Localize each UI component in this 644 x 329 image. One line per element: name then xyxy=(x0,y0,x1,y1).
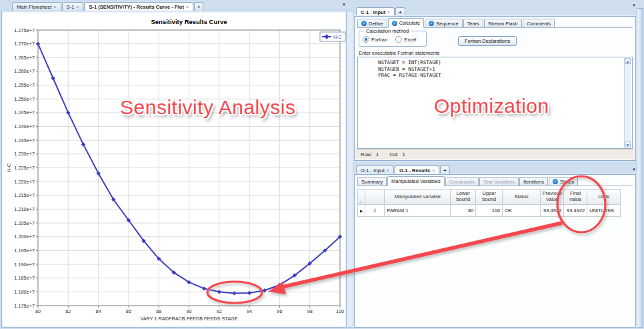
chart-title: Sensitivity Results Curve xyxy=(151,18,227,25)
tab-define[interactable]: ✓ Define xyxy=(357,19,387,27)
col-header-upper-bound: Upper bound xyxy=(476,190,503,205)
tab-iterations[interactable]: Iterations xyxy=(519,177,548,186)
x-tick-label: 86 xyxy=(126,308,131,314)
y-tick-label: 1.190e+7 xyxy=(14,262,35,268)
x-tick-label: 100 xyxy=(336,308,344,314)
y-tick-label: 1.200e+7 xyxy=(14,234,35,240)
tab-label: Iterations xyxy=(523,179,544,185)
col-header-previous-value: Previous value xyxy=(541,190,564,205)
x-tick-label: 96 xyxy=(277,308,282,314)
new-tab-button[interactable]: + xyxy=(395,7,405,16)
scroll-down-icon[interactable]: ▼ xyxy=(625,141,631,147)
cell-variable: PARAM 1 xyxy=(385,205,451,217)
x-tick-label: 90 xyxy=(186,308,191,314)
table-row: ▶ 1 PARAM 1 80 100 OK 93.4922 93.4922 UN… xyxy=(358,205,621,217)
editor-scrollbar[interactable]: ▲ ▼ xyxy=(624,58,631,147)
editor-status-bar: Row:1Col:1 xyxy=(355,149,635,159)
check-icon: ✓ xyxy=(392,21,397,26)
x-axis-label: VARY 1 RADFRACB FEEDB FEEDS STAGE xyxy=(140,316,237,322)
cell-units: UNITLESS xyxy=(587,205,621,217)
tab-o1-results[interactable]: O-1 - Results × xyxy=(395,166,439,174)
tab-label: Summary xyxy=(361,179,383,185)
optimization-tab-bar: O-1 - Input × O-1 - Results × + xyxy=(356,165,451,174)
radio-excel[interactable] xyxy=(395,36,402,43)
tab-label: Define xyxy=(369,21,383,27)
tab-label: Tears xyxy=(467,21,479,27)
col-header-final-value: Final value xyxy=(564,190,587,205)
legend-label: H-C xyxy=(333,35,341,39)
y-tick-label: 1.225e+7 xyxy=(14,165,35,171)
group-title: Calculation method xyxy=(364,28,411,34)
tab-constraints: Constraints xyxy=(445,177,479,186)
calculator-tab-bar: C-1 - Input × + xyxy=(356,7,406,16)
close-icon[interactable]: × xyxy=(387,168,389,173)
cell-lower-bound: 80 xyxy=(451,205,476,217)
row-selector[interactable]: ▶ xyxy=(358,205,365,217)
tab-comments[interactable]: Comments xyxy=(523,19,555,27)
check-icon: ✓ xyxy=(429,21,434,26)
col-header-units: Units xyxy=(587,190,621,205)
collapsed-pane-strip[interactable] xyxy=(637,8,643,328)
tab-summary[interactable]: Summary xyxy=(357,177,387,186)
tab-label: O-1 - Input xyxy=(361,168,385,174)
calculation-method-group: Calculation method Fortran Excel xyxy=(359,31,427,47)
tab-manipulated-variables[interactable]: Manipulated Variables xyxy=(387,176,445,186)
tab-sequence[interactable]: ✓ Sequence xyxy=(425,19,463,27)
y-tick-label: 1.240e+7 xyxy=(14,123,35,129)
y-axis-label: H-C xyxy=(6,163,12,172)
x-tick-label: 88 xyxy=(156,308,161,314)
y-tick-label: 1.230e+7 xyxy=(14,151,35,157)
tab-o1-input[interactable]: O-1 - Input × xyxy=(356,166,394,174)
close-icon[interactable]: × xyxy=(432,168,435,173)
tab-stream-flash[interactable]: Stream Flash xyxy=(484,19,522,27)
statements-label: Enter executable Fortran statements xyxy=(359,50,439,56)
y-tick-label: 1.250e+7 xyxy=(14,96,35,102)
tab-tear-variables: Tear Variables xyxy=(479,177,519,186)
fortran-declarations-button[interactable]: Fortran Declarations xyxy=(458,36,517,46)
x-tick-label: 80 xyxy=(35,308,41,314)
tab-list-dropdown-icon[interactable]: ▼ xyxy=(632,168,636,172)
y-tick-label: 1.265e+7 xyxy=(14,55,35,61)
x-tick-label: 84 xyxy=(96,308,101,314)
y-tick-label: 1.275e+7 xyxy=(14,27,35,33)
col-header-variable: Manipulated variable xyxy=(385,190,451,205)
fortran-code-line: FRAC = RSTAGE-NSTAGET xyxy=(358,72,632,79)
tab-status[interactable]: ✓ Status xyxy=(549,177,578,186)
aspen-plus-window: Main Flowsheet × S-1 × S-1 (SENSITIVITY)… xyxy=(0,0,644,329)
scroll-up-icon[interactable]: ▲ xyxy=(625,58,631,64)
y-tick-label: 1.210e+7 xyxy=(14,206,35,212)
tab-calculate[interactable]: ✓ Calculate xyxy=(388,18,424,28)
fortran-code-line: NSTAGEB = NSTAGET+1 xyxy=(358,66,632,73)
col-label: Col: xyxy=(389,151,398,157)
tab-tears[interactable]: Tears xyxy=(463,19,483,27)
fortran-code-line: NSTAGET = INT(RSTAGE) xyxy=(358,57,632,66)
corner-marker-icon: ◢ xyxy=(359,200,361,204)
cell-status: OK xyxy=(503,205,541,217)
annotation-optimization-label: Optimization xyxy=(434,95,549,117)
sensitivity-plot: 1.275e+71.270e+71.265e+71.260e+71.255e+7… xyxy=(0,0,350,329)
y-tick-label: 1.195e+7 xyxy=(14,248,35,254)
check-icon: ✓ xyxy=(361,21,367,26)
new-tab-button[interactable]: + xyxy=(440,166,449,174)
y-tick-label: 1.235e+7 xyxy=(14,137,35,143)
tab-label: Constraints xyxy=(449,179,475,185)
tab-list-dropdown-icon[interactable]: ▼ xyxy=(632,3,636,7)
x-tick-label: 92 xyxy=(217,308,222,314)
y-tick-label: 1.245e+7 xyxy=(14,109,35,115)
radio-fortran[interactable] xyxy=(363,36,369,43)
cell-previous-value: 93.4922 xyxy=(541,205,564,217)
check-icon: ✓ xyxy=(553,179,558,184)
cell-final-value: 93.4922 xyxy=(564,205,587,217)
row-number-header xyxy=(365,190,385,205)
close-icon[interactable]: × xyxy=(387,10,390,15)
tab-c1-input[interactable]: C-1 - Input × xyxy=(356,7,395,16)
tab-label: Comments xyxy=(527,21,551,27)
manipulated-variables-table: ◢ Manipulated variable Lower bound Upper… xyxy=(357,189,621,217)
data-point-marker xyxy=(202,286,206,290)
y-tick-label: 1.205e+7 xyxy=(14,220,35,226)
table-header-row: ◢ Manipulated variable Lower bound Upper… xyxy=(358,190,621,205)
tab-label: C-1 - Input xyxy=(361,9,385,15)
tab-label: O-1 - Results xyxy=(399,168,430,174)
optimization-results-panel: Summary Manipulated Variables Constraint… xyxy=(354,174,636,328)
y-tick-label: 1.185e+7 xyxy=(14,275,35,281)
